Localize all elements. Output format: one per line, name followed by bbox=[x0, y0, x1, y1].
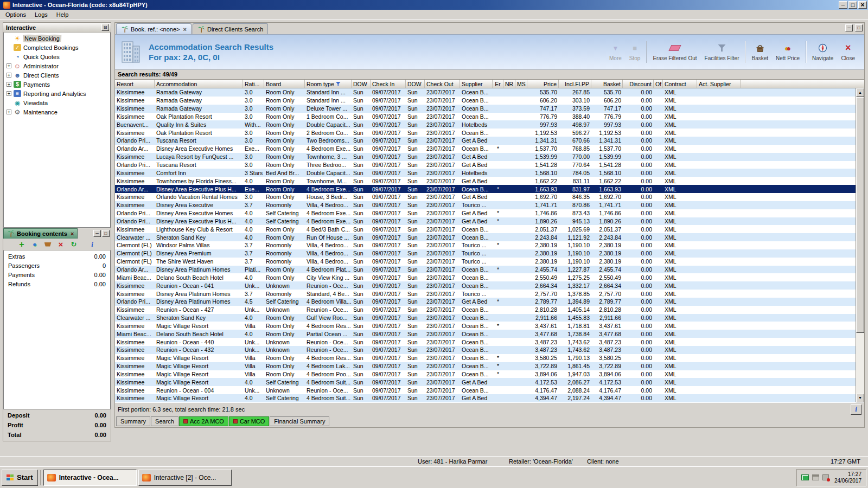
column-header-discount[interactable]: Discount bbox=[623, 80, 654, 88]
column-header-check-in[interactable]: Check In bbox=[371, 80, 406, 88]
close-button[interactable]: Close bbox=[837, 37, 859, 67]
table-row[interactable]: Miami Beac...Delano South Beach Hotel4.0… bbox=[115, 330, 856, 338]
nett-price-button[interactable]: Nett Price bbox=[772, 37, 803, 67]
table-row[interactable]: KissimmeeLighthouse Key Club & Resort4.0… bbox=[115, 225, 856, 233]
start-button[interactable]: Start bbox=[2, 470, 38, 486]
column-header-room-type[interactable]: Room type bbox=[305, 80, 352, 88]
table-row[interactable]: Orlando Ar...Disney Area Executive Plus … bbox=[115, 185, 856, 193]
table-row[interactable]: Orlando Ar...Disney Area Platinum HomesP… bbox=[115, 266, 856, 274]
column-header-board[interactable]: Board bbox=[264, 80, 305, 88]
table-row[interactable]: KissimmeeMagic Village ResortVillaRoom O… bbox=[115, 354, 856, 362]
column-header-rati[interactable]: Rati... bbox=[243, 80, 264, 88]
filter-icon[interactable] bbox=[336, 82, 341, 86]
table-row[interactable]: KissimmeeReunion - Ocean - 440Unk...Unkn… bbox=[115, 338, 856, 346]
expander-icon[interactable]: + bbox=[7, 110, 11, 114]
table-row[interactable]: KissimmeeRamada Gateway3.0Room OnlyStand… bbox=[115, 88, 856, 97]
panel-minimize-button[interactable]: ─ bbox=[93, 230, 101, 237]
column-header-accommodation[interactable]: Accommodation bbox=[155, 80, 243, 88]
column-header-dow[interactable]: DOW bbox=[352, 80, 371, 88]
add-icon[interactable] bbox=[17, 240, 27, 249]
table-row[interactable]: Clearwater ...Sheraton Sand Key4.0Room O… bbox=[115, 233, 856, 241]
column-header-act-supplier[interactable]: Act. Supplier bbox=[697, 80, 741, 88]
tab-direct-clients-search[interactable]: Direct Clients Search bbox=[193, 23, 268, 34]
basket-add-icon[interactable] bbox=[43, 240, 53, 249]
mdi-minimize-button[interactable]: ─ bbox=[845, 24, 853, 31]
table-row[interactable]: Clermont (FL)Windsor Palms Villas3.7Room… bbox=[115, 241, 856, 249]
table-row[interactable]: KissimmeeOrlando Vacation Rental Homes3.… bbox=[115, 193, 856, 201]
column-header-er[interactable]: Er bbox=[493, 80, 503, 88]
maximize-button[interactable] bbox=[848, 1, 857, 9]
column-header-dow[interactable]: DOW bbox=[406, 80, 425, 88]
info-icon[interactable] bbox=[87, 240, 97, 249]
booking-contents-close-icon[interactable]: × bbox=[69, 230, 74, 237]
menu-options[interactable]: Options bbox=[1, 10, 30, 19]
erase-filtered-out-button[interactable]: Erase Filtered Out bbox=[649, 37, 700, 67]
column-header-contract[interactable]: Contract bbox=[663, 80, 697, 88]
table-row[interactable]: KissimmeeTownhomes by Florida Finess...4… bbox=[115, 177, 856, 185]
expander-icon[interactable]: + bbox=[7, 82, 11, 87]
close-button[interactable] bbox=[858, 1, 867, 9]
sidebar-item-payments[interactable]: +Payments bbox=[4, 80, 110, 89]
table-row[interactable]: Orlando Pri...Disney Area Executive Home… bbox=[115, 209, 856, 217]
info-button[interactable] bbox=[851, 404, 861, 415]
taskbar-app[interactable]: Interactive - Ocea... bbox=[43, 470, 137, 486]
bottom-tab-summary[interactable]: Summary bbox=[116, 416, 150, 426]
sidebar-item-new-booking[interactable]: New Booking bbox=[4, 34, 110, 43]
table-row[interactable]: KissimmeeMagic Village Resort4.0Self Cat… bbox=[115, 394, 856, 402]
table-row[interactable]: Orlando Ar...Disney Area Executive Homes… bbox=[115, 145, 856, 153]
column-header-basket[interactable]: Basket bbox=[591, 80, 623, 88]
bottom-tab-search[interactable]: Search bbox=[151, 416, 178, 426]
sidebar-item-maintenance[interactable]: +Maintenance bbox=[4, 107, 110, 117]
facilities-filter-button[interactable]: Facilities Filter bbox=[701, 37, 743, 67]
collapse-panel-button[interactable]: ⊟ bbox=[101, 24, 109, 31]
table-row[interactable]: KissimmeeMagic Village ResortVillaRoom O… bbox=[115, 370, 856, 378]
panel-restore-button[interactable]: □ bbox=[102, 230, 110, 237]
table-row[interactable]: KissimmeeMagic Village ResortVillaRoom O… bbox=[115, 362, 856, 370]
table-row[interactable]: Orlando Pri...Disney Area Executive Plus… bbox=[115, 217, 856, 226]
column-header-of[interactable]: Of bbox=[654, 80, 663, 88]
table-row[interactable]: Clermont (FL)The Shire West Haven3.7Room… bbox=[115, 258, 856, 266]
column-header-price[interactable]: Price bbox=[527, 80, 559, 88]
table-row[interactable]: KissimmeeLucaya Resort by FunQuest ...3.… bbox=[115, 153, 856, 161]
column-header-incl-fl-pp[interactable]: Incl.Fl.PP bbox=[559, 80, 591, 88]
printer-icon[interactable] bbox=[812, 474, 819, 480]
scroll-thumb[interactable] bbox=[856, 97, 864, 333]
column-header-resort[interactable]: Resort bbox=[115, 80, 155, 88]
table-row[interactable]: Miami Beac...Delano South Beach Hotel4.0… bbox=[115, 273, 856, 281]
expander-icon[interactable]: + bbox=[7, 63, 11, 68]
sidebar-item-viewdata[interactable]: Viewdata bbox=[4, 98, 110, 107]
taskbar-app[interactable]: Interactive [2] - Oce... bbox=[138, 470, 232, 486]
table-row[interactable]: Orlando Pri...Tuscana Resort3.0Room Only… bbox=[115, 161, 856, 169]
table-row[interactable]: Orlando Pri...Disney Area Platinum Homes… bbox=[115, 298, 856, 306]
bottom-tab-acc-2a-mco[interactable]: Acc 2A MCO bbox=[179, 416, 228, 426]
scroll-up-arrow[interactable]: ▲ bbox=[856, 88, 864, 97]
sidebar-item-administrator[interactable]: +Administrator bbox=[4, 61, 110, 70]
refresh-icon[interactable] bbox=[69, 240, 79, 249]
sidebar-item-completed-bookings[interactable]: Completed Bookings bbox=[4, 43, 110, 52]
basket-button[interactable]: Basket bbox=[748, 37, 772, 67]
table-row[interactable]: KissimmeeMagic Village Resort4.0Self Cat… bbox=[115, 378, 856, 386]
table-row[interactable]: KissimmeeRamada Gateway3.0Room OnlyStand… bbox=[115, 97, 856, 105]
expander-icon[interactable]: + bbox=[7, 91, 11, 96]
bottom-tab-financial-summary[interactable]: Financial Summary bbox=[270, 416, 329, 426]
navigate-button[interactable]: Navigate bbox=[808, 37, 837, 67]
table-row[interactable]: KissimmeeReunion - Ocean - 427Unk...Unkn… bbox=[115, 306, 856, 314]
scroll-down-arrow[interactable]: ▼ bbox=[856, 394, 864, 402]
tab-close-icon[interactable]: × bbox=[183, 26, 187, 33]
minimize-button[interactable] bbox=[839, 1, 847, 9]
booking-contents-tab[interactable]: Booking contents × bbox=[3, 228, 78, 239]
expander-icon[interactable]: + bbox=[7, 73, 11, 78]
world-icon[interactable] bbox=[30, 240, 40, 249]
table-row[interactable]: KissimmeeOak Plantation Resort3.0Room On… bbox=[115, 113, 856, 121]
column-header-ms[interactable]: MS bbox=[515, 80, 527, 88]
table-row[interactable]: KissimmeeReunion - Ocean - 004Unk...Unkn… bbox=[115, 386, 856, 394]
bottom-tab-car-mco[interactable]: Car MCO bbox=[229, 416, 269, 426]
sidebar-item-reporting-and-analytics[interactable]: +Reporting and Analytics bbox=[4, 89, 110, 98]
column-header-supplier[interactable]: Supplier bbox=[460, 80, 493, 88]
menu-logs[interactable]: Logs bbox=[30, 10, 52, 19]
table-row[interactable]: KissimmeeRamada Gateway3.0Room OnlyDelux… bbox=[115, 105, 856, 113]
table-row[interactable]: KissimmeeMagic Village ResortVillaRoom O… bbox=[115, 322, 856, 330]
column-header-nr[interactable]: NR bbox=[503, 80, 515, 88]
delete-icon[interactable] bbox=[56, 240, 66, 249]
sidebar-item-direct-clients[interactable]: +Direct Clients bbox=[4, 70, 110, 80]
